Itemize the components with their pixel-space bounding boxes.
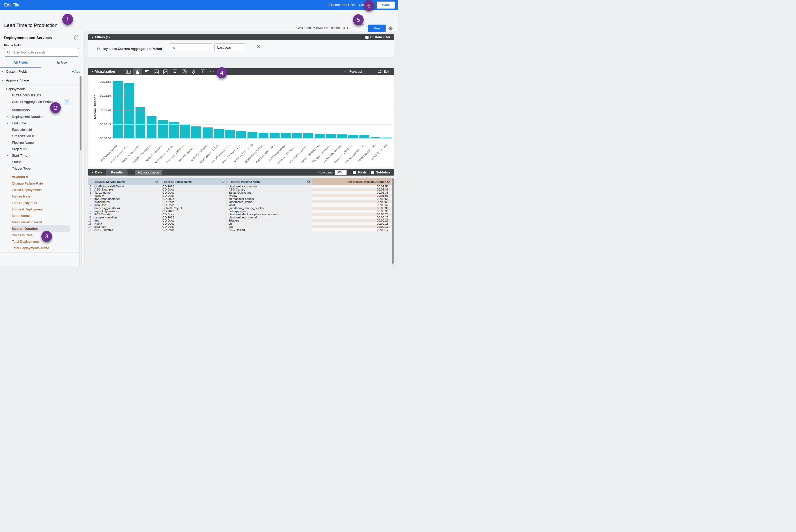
sidebar-group-approval-stage[interactable]: ▶ Approval Stage <box>0 77 83 83</box>
bar-chart-icon[interactable] <box>142 68 151 75</box>
column-header-project-name[interactable]: ProjectsProject Name <box>160 178 226 185</box>
sidebar-field-status[interactable]: Status <box>0 159 83 165</box>
tile-title[interactable]: Lead Time to Production <box>4 22 57 28</box>
sidebar-scrollbar[interactable] <box>79 76 82 266</box>
custom-filter-checkbox[interactable] <box>366 36 369 39</box>
sidebar-field-deployment-duration[interactable]: ▶Deployment Duration <box>0 113 83 120</box>
forecast-button[interactable]: Forecast <box>344 70 362 73</box>
subtotals-toggle[interactable]: Subtotals <box>371 171 390 174</box>
table-row[interactable]: 2ASG ExampleCD DocsASG Canary00:02:48 <box>88 188 391 191</box>
sidebar-field-last-deployment[interactable]: Last Deployment <box>0 200 83 206</box>
visualization-section-bar[interactable]: ▼ Visualization 6••• Forecast Edit <box>88 68 394 75</box>
scatter-icon[interactable] <box>151 68 161 75</box>
edit-viz-button[interactable]: Edit <box>378 70 389 73</box>
column-gear-icon[interactable] <box>155 180 159 183</box>
bar-8[interactable] <box>191 127 201 138</box>
section-collapse-icon[interactable]: ▼ <box>92 36 93 38</box>
bar-19[interactable] <box>315 134 325 138</box>
column-gear-icon[interactable] <box>221 180 225 183</box>
collapse-arrow-icon[interactable]: ▼ <box>2 88 5 90</box>
filter-value-input[interactable] <box>215 43 245 51</box>
sidebar-field-execution-url[interactable]: Execution Url <box>0 127 83 133</box>
sidebar-field-failure-rate[interactable]: Failure Rate <box>0 193 83 200</box>
bar-16[interactable] <box>281 133 291 138</box>
sidebar-field-total-deployments[interactable]: Total Deployments <box>0 238 83 245</box>
column-gear-icon[interactable] <box>307 180 310 183</box>
sidebar-field-end-time[interactable]: ▶End Time <box>0 120 83 127</box>
bar-9[interactable] <box>203 128 212 138</box>
expand-arrow-icon[interactable]: ▶ <box>7 122 10 124</box>
more-icon[interactable]: ••• <box>207 68 217 75</box>
bar-21[interactable] <box>337 134 347 138</box>
table-row[interactable]: 13NginxCD Docscd00:00:18 <box>88 222 391 225</box>
filters-section-bar[interactable]: ▼ Filters (1) Custom Filter <box>88 34 394 40</box>
collapse-sidebar-icon[interactable]: ‹ <box>74 35 79 40</box>
sidebar-field-change-failure-rate[interactable]: Change Failure Rate <box>0 180 83 187</box>
bar-5[interactable] <box>158 120 168 138</box>
sidebar-field-current-aggregation-period[interactable]: Current Aggregation Period <box>0 98 83 105</box>
bar-10[interactable] <box>214 129 224 138</box>
bar-23[interactable] <box>359 135 369 138</box>
table-row[interactable]: 8harness_guestbookDefault Projectguestbo… <box>88 207 391 210</box>
section-collapse-icon[interactable]: ▼ <box>92 71 93 73</box>
table-row[interactable]: 9my-wildfly-instanceCD 2023helm-pipeline… <box>88 210 391 213</box>
custom-filter-toggle[interactable]: Custom Filter <box>366 35 390 39</box>
results-tab[interactable]: Results <box>106 169 128 175</box>
table-row[interactable]: 1cicdTutorialHelloWorldCD 2023dbothwell-… <box>88 185 391 188</box>
bar-3[interactable] <box>135 107 145 138</box>
bar-2[interactable] <box>124 83 134 138</box>
bar-17[interactable] <box>292 133 302 138</box>
table-row[interactable]: 6KubernetesCD Docskubernetes_demo00:00:5… <box>88 200 391 204</box>
section-collapse-icon[interactable]: ▼ <box>92 171 93 173</box>
sidebar-field-mean-duration[interactable]: Mean duration <box>0 212 83 219</box>
search-input[interactable] <box>13 51 73 54</box>
area-chart-icon[interactable] <box>170 68 180 75</box>
add-calculation-button[interactable]: Add calculation <box>135 170 162 175</box>
gear-icon[interactable] <box>388 26 393 31</box>
sidebar-group-deployments[interactable]: ▼ Deployments 2 <box>0 86 83 92</box>
sidebar-field-failed-deployments[interactable]: Failed Deployments <box>0 187 83 193</box>
tab-all-fields[interactable]: All Fields <box>0 61 41 68</box>
map-icon[interactable] <box>189 68 198 75</box>
table-row[interactable]: 3Tanzu demoCD DocsTanzu Quickstart00:01:… <box>88 191 391 194</box>
run-button[interactable]: Run <box>368 24 386 32</box>
sidebar-group-custom-fields[interactable]: ▶ Custom Fields + Add <box>0 68 83 75</box>
table-scrollbar[interactable] <box>391 178 394 266</box>
filter-active-icon[interactable] <box>63 99 70 105</box>
column-header-median-duration[interactable]: DeploymentsMedian Duration ↓ <box>312 178 391 185</box>
bar-1[interactable] <box>113 81 123 138</box>
add-custom-field-button[interactable]: + Add <box>72 70 80 73</box>
single-value-icon[interactable]: 6 <box>198 68 207 75</box>
bar-12[interactable] <box>236 131 246 138</box>
sidebar-field-median-duration[interactable]: Median Duration <box>0 225 83 232</box>
table-row[interactable]: 7local-sshCD Docslocal00:00:42 <box>88 204 391 207</box>
sidebar-field-total-deployments-trend[interactable]: Total Deployments Trend <box>0 245 83 251</box>
table-row[interactable]: 5myGrafanaInstanceCD 2023cd-manifest-tut… <box>88 197 391 200</box>
table-row[interactable]: 14local-sshCD Docsexp00:00:17 <box>88 225 391 228</box>
table-icon[interactable] <box>124 68 133 75</box>
bar-7[interactable] <box>180 125 190 138</box>
bar-15[interactable] <box>270 133 280 138</box>
bar-22[interactable] <box>348 135 358 138</box>
sidebar-field-pipeline-name[interactable]: Pipeline Name <box>0 139 83 146</box>
sidebar-field-trigger-type[interactable]: Trigger Type <box>0 165 83 172</box>
expand-arrow-icon[interactable]: ▶ <box>7 155 10 157</box>
table-row[interactable]: 15ASG ExampleCD DocsASG Rolling00:00:17 <box>88 228 391 231</box>
expand-arrow-icon[interactable]: ▶ <box>2 71 5 73</box>
subtotals-checkbox[interactable] <box>371 171 374 174</box>
row-limit-input[interactable] <box>335 170 347 175</box>
line-chart-icon[interactable] <box>161 68 170 75</box>
sidebar-field-mean-duration-trend[interactable]: Mean duration trend <box>0 219 83 225</box>
sidebar-field-start-time[interactable]: ▶Start Time <box>0 152 83 159</box>
totals-checkbox[interactable] <box>353 171 356 174</box>
pie-chart-icon[interactable] <box>180 68 189 75</box>
field-search-box[interactable] <box>4 48 79 57</box>
bar-11[interactable] <box>225 130 235 138</box>
filter-operator-input[interactable] <box>170 43 212 51</box>
data-section-bar[interactable]: ▼ Data Results Add calculation Row Limit… <box>88 169 394 175</box>
totals-toggle[interactable]: Totals <box>353 171 367 174</box>
table-row[interactable]: 12devCD DocsTriggers00:00:22 <box>88 219 391 222</box>
remove-filter-icon[interactable] <box>257 45 260 48</box>
table-row[interactable]: 4TweetyCD Docstweety00:01:07 <box>88 194 391 197</box>
column-header-service-name[interactable]: ServicesService Name <box>92 178 160 185</box>
